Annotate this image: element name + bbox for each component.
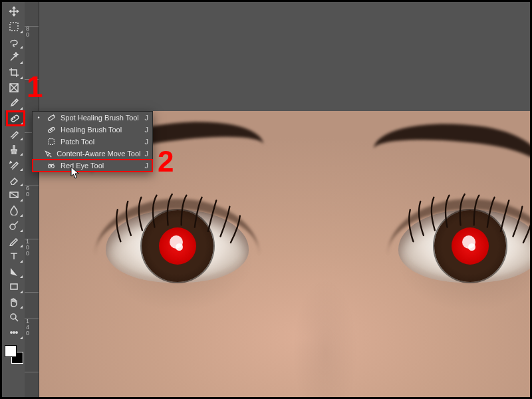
foreground-swatch[interactable] <box>5 345 17 357</box>
flyout-item-shortcut: J <box>145 162 149 170</box>
patch-tool-item[interactable]: Patch ToolJ <box>33 136 152 148</box>
svg-rect-12 <box>48 115 55 122</box>
flyout-item-label: Healing Brush Tool <box>61 126 141 134</box>
eraser-tool[interactable] <box>5 172 23 187</box>
annotation-number-1: 1 <box>27 72 43 102</box>
color-swatches[interactable] <box>5 345 23 364</box>
svg-rect-0 <box>10 23 18 31</box>
flyout-item-label: Spot Healing Brush Tool <box>61 114 141 122</box>
blur-tool[interactable] <box>5 202 23 217</box>
selected-check-icon: • <box>35 114 42 121</box>
pen-tool[interactable] <box>5 233 23 248</box>
eyebrow-right <box>372 115 530 173</box>
flyout-item-shortcut: J <box>145 126 149 134</box>
rectangular-marquee-tool[interactable] <box>5 19 23 34</box>
gradient-tool[interactable] <box>5 187 23 202</box>
mouse-cursor-icon <box>70 166 80 180</box>
flyout-item-label: Patch Tool <box>61 138 141 146</box>
quick-selection-tool[interactable] <box>5 49 23 65</box>
flyout-item-shortcut: J <box>145 114 149 122</box>
move-tool[interactable] <box>5 3 23 19</box>
eye-right <box>398 209 530 283</box>
ruler-tick <box>25 292 39 293</box>
healing-tool-flyout: •Spot Healing Brush ToolJHealing Brush T… <box>32 111 153 172</box>
eyedropper-tool[interactable] <box>5 95 23 110</box>
lasso-tool[interactable] <box>5 34 23 49</box>
flyout-item-label: Content-Aware Move Tool <box>57 150 140 158</box>
red-eye-tool-item[interactable]: Red Eye ToolJ <box>33 160 152 172</box>
svg-point-8 <box>11 314 16 319</box>
spot-healing-brush-tool-item[interactable]: •Spot Healing Brush ToolJ <box>33 112 152 124</box>
nose-shadow <box>272 264 378 397</box>
ruler-tick: 140 <box>25 319 39 337</box>
healing-brush-tool-item[interactable]: Healing Brush ToolJ <box>33 124 152 136</box>
ruler-tick: 80 <box>25 26 39 39</box>
frame-tool[interactable] <box>5 80 23 95</box>
vertical-ruler: 8060100140 <box>25 2 39 397</box>
red-eye-icon <box>46 160 57 171</box>
hand-tool[interactable] <box>5 294 23 309</box>
svg-point-11 <box>16 331 17 332</box>
svg-point-10 <box>13 331 15 332</box>
tools-palette <box>5 3 23 364</box>
zoom-tool[interactable] <box>5 309 23 325</box>
bandaid-sparkle-icon <box>46 112 57 123</box>
move-arrows-icon <box>43 148 53 159</box>
path-selection-tool[interactable] <box>5 263 23 279</box>
crop-tool[interactable] <box>5 65 23 80</box>
horizontal-type-tool[interactable] <box>5 248 23 263</box>
clone-stamp-tool[interactable] <box>5 141 23 156</box>
svg-point-14 <box>51 130 51 130</box>
svg-point-6 <box>10 224 15 229</box>
patch-icon <box>46 136 57 147</box>
ruler-tick: 100 <box>25 239 39 257</box>
dodge-tool[interactable] <box>5 217 23 233</box>
svg-rect-13 <box>48 127 55 134</box>
annotation-number-2: 2 <box>158 147 174 176</box>
svg-rect-16 <box>49 139 55 145</box>
edit-toolbar[interactable] <box>5 325 23 340</box>
content-aware-move-tool-item[interactable]: Content-Aware Move ToolJ <box>33 148 152 160</box>
ruler-tick <box>25 372 39 372</box>
bandaid-icon <box>46 124 57 135</box>
eye-left <box>106 209 249 283</box>
flyout-item-shortcut: J <box>145 150 149 158</box>
history-brush-tool[interactable] <box>5 156 23 172</box>
rectangle-tool[interactable] <box>5 279 23 294</box>
flyout-item-shortcut: J <box>145 138 149 146</box>
ruler-tick: 60 <box>25 186 39 198</box>
svg-rect-7 <box>11 284 17 289</box>
brush-tool[interactable] <box>5 126 23 141</box>
svg-point-18 <box>51 166 52 167</box>
svg-point-9 <box>11 331 12 332</box>
annotation-box-1 <box>6 110 25 126</box>
svg-point-15 <box>51 129 52 130</box>
